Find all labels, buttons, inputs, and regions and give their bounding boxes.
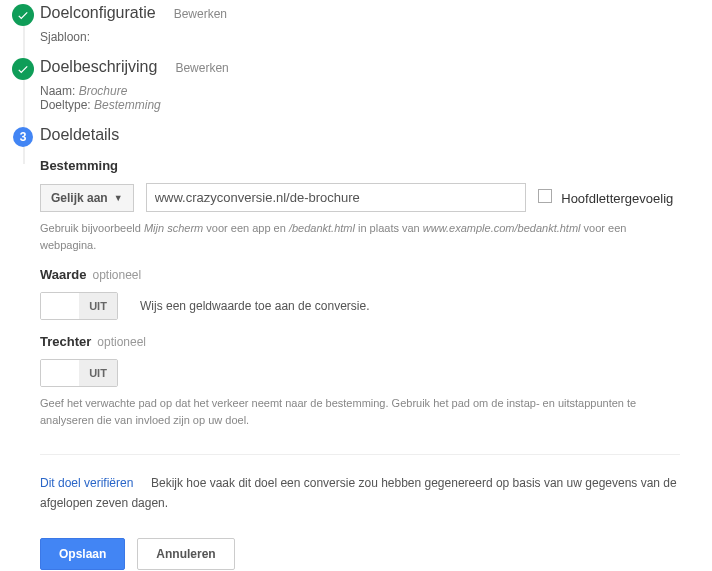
type-label: Doeltype: — [40, 98, 91, 112]
step-goal-config: Doelconfiguratie Bewerken Sjabloon: — [12, 4, 712, 44]
toggle-off-half[interactable]: UIT — [79, 293, 117, 319]
destination-input[interactable] — [146, 183, 526, 212]
value-label: Waardeoptioneel — [40, 267, 712, 282]
name-label: Naam: — [40, 84, 75, 98]
destination-label: Bestemming — [40, 158, 712, 173]
check-icon — [12, 4, 34, 26]
step-title: Doelconfiguratie — [40, 4, 156, 22]
funnel-toggle[interactable]: UIT — [40, 359, 118, 387]
edit-link[interactable]: Bewerken — [175, 61, 228, 75]
step-title: Doelbeschrijving — [40, 58, 157, 76]
verify-block: Dit doel verifiëren Bekijk hoe vaak dit … — [40, 473, 680, 512]
cancel-button[interactable]: Annuleren — [137, 538, 234, 570]
toggle-off-half[interactable]: UIT — [79, 360, 117, 386]
funnel-hint: Geef het verwachte pad op dat het verkee… — [40, 395, 680, 428]
match-type-dropdown[interactable]: Gelijk aan ▼ — [40, 184, 134, 212]
check-icon — [12, 58, 34, 80]
edit-link[interactable]: Bewerken — [174, 7, 227, 21]
step-number-icon: 3 — [13, 127, 33, 147]
value-desc: Wijs een geldwaarde toe aan de conversie… — [140, 299, 369, 313]
toggle-on-half[interactable] — [41, 293, 79, 319]
divider — [40, 454, 680, 455]
funnel-label: Trechteroptioneel — [40, 334, 712, 349]
name-value: Brochure — [79, 84, 128, 98]
value-toggle[interactable]: UIT — [40, 292, 118, 320]
step-title: Doeldetails — [40, 126, 119, 144]
step-goal-details: 3 Doeldetails — [12, 126, 712, 144]
save-button[interactable]: Opslaan — [40, 538, 125, 570]
type-value: Bestemming — [94, 98, 161, 112]
case-sensitive-checkbox[interactable] — [538, 189, 552, 203]
destination-hint: Gebruik bijvoorbeeld Mijn scherm voor ee… — [40, 220, 680, 253]
case-sensitive-label: Hoofdlettergevoelig — [561, 191, 673, 206]
chevron-down-icon: ▼ — [114, 193, 123, 203]
verify-text: Bekijk hoe vaak dit doel een conversie z… — [40, 476, 677, 510]
step-goal-description: Doelbeschrijving Bewerken Naam: Brochure… — [12, 58, 712, 112]
toggle-on-half[interactable] — [41, 360, 79, 386]
verify-link[interactable]: Dit doel verifiëren — [40, 476, 133, 490]
template-label: Sjabloon: — [40, 30, 90, 44]
